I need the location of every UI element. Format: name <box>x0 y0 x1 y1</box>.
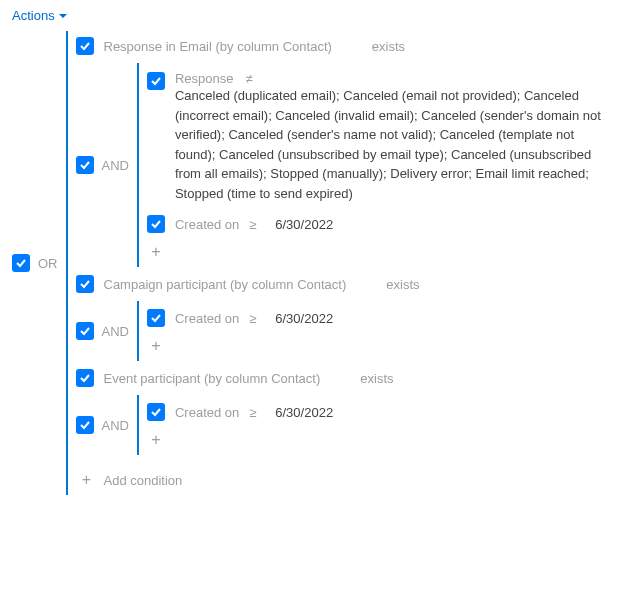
group1-cond2-op[interactable]: ≥ <box>249 217 265 232</box>
chevron-down-icon <box>59 12 67 20</box>
group1-cond1-field[interactable]: Response <box>175 71 234 86</box>
group-bar <box>137 395 139 455</box>
root-or-group: OR Response in Email (by column Contact)… <box>12 31 613 495</box>
group2-and-checkbox[interactable] <box>76 322 94 340</box>
group-bar <box>137 63 139 267</box>
check-icon <box>79 40 91 52</box>
group1-cond1-value[interactable]: Canceled (duplicated email); Canceled (e… <box>175 86 613 203</box>
check-icon <box>79 372 91 384</box>
group2-and-op[interactable]: AND <box>102 301 129 361</box>
group2-exists-label[interactable]: exists <box>386 277 419 292</box>
group3-cond1-value[interactable]: 6/30/2022 <box>275 405 355 420</box>
check-icon <box>150 312 162 324</box>
group1-cond2: Created on ≥ 6/30/2022 <box>147 213 613 235</box>
group2-cond1-checkbox[interactable] <box>147 309 165 327</box>
group3-cond1-op[interactable]: ≥ <box>249 405 265 420</box>
group2-add-icon[interactable]: + <box>147 337 165 355</box>
group1-entity-label[interactable]: Response in Email (by column Contact) <box>104 39 332 54</box>
group3-entity-label[interactable]: Event participant (by column Contact) <box>104 371 321 386</box>
check-icon <box>150 75 162 87</box>
group2-cond1-op[interactable]: ≥ <box>249 311 265 326</box>
group3-checkbox[interactable] <box>76 369 94 387</box>
group3-cond1-checkbox[interactable] <box>147 403 165 421</box>
root-or-operator[interactable]: OR <box>38 31 58 495</box>
check-icon <box>79 325 91 337</box>
group2-cond1: Created on ≥ 6/30/2022 <box>147 307 613 329</box>
group3-and-op[interactable]: AND <box>102 395 129 455</box>
actions-menu[interactable]: Actions <box>12 8 613 23</box>
group1-cond2-field[interactable]: Created on <box>175 217 239 232</box>
check-icon <box>150 406 162 418</box>
check-icon <box>150 218 162 230</box>
group3-add-icon[interactable]: + <box>147 431 165 449</box>
group1-add-icon[interactable]: + <box>147 243 165 261</box>
group1-cond1: Response ≠ Canceled (duplicated email); … <box>147 69 613 205</box>
root-or-checkbox[interactable] <box>12 254 30 272</box>
group1-and: AND Response ≠ Canceled (duplicated emai… <box>76 63 614 267</box>
group3-cond1-field[interactable]: Created on <box>175 405 239 420</box>
plus-icon: + <box>78 471 96 489</box>
check-icon <box>79 159 91 171</box>
add-condition-label: Add condition <box>104 473 183 488</box>
group1-cond1-checkbox[interactable] <box>147 72 165 90</box>
check-icon <box>79 278 91 290</box>
group1-exists-label[interactable]: exists <box>372 39 405 54</box>
actions-label: Actions <box>12 8 55 23</box>
group2-entity-label[interactable]: Campaign participant (by column Contact) <box>104 277 347 292</box>
check-icon <box>79 419 91 431</box>
group1-and-op[interactable]: AND <box>102 63 129 267</box>
group1-and-checkbox[interactable] <box>76 156 94 174</box>
group-bar <box>66 31 68 495</box>
group3-exists-label[interactable]: exists <box>360 371 393 386</box>
group1-cond2-value[interactable]: 6/30/2022 <box>275 217 355 232</box>
group1-checkbox[interactable] <box>76 37 94 55</box>
group3-and-checkbox[interactable] <box>76 416 94 434</box>
group1-cond2-checkbox[interactable] <box>147 215 165 233</box>
group2-cond1-field[interactable]: Created on <box>175 311 239 326</box>
group3-and: AND Created on ≥ 6/30/2022 + <box>76 395 614 455</box>
add-condition-button[interactable]: + Add condition <box>76 471 614 489</box>
group-bar <box>137 301 139 361</box>
group3-cond1: Created on ≥ 6/30/2022 <box>147 401 613 423</box>
group2-cond1-value[interactable]: 6/30/2022 <box>275 311 355 326</box>
check-icon <box>15 257 27 269</box>
group2-checkbox[interactable] <box>76 275 94 293</box>
group2-and: AND Created on ≥ 6/30/2022 + <box>76 301 614 361</box>
group1-cond1-op[interactable]: ≠ <box>246 71 262 86</box>
